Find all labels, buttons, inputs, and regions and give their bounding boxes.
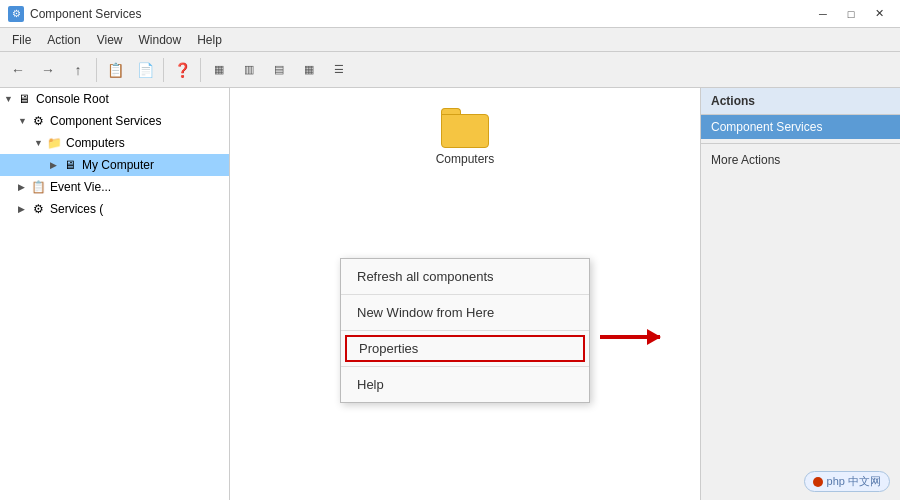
toolbar: ← → ↑ 📋 📄 ❓ ▦ ▥ ▤ ▦ ☰ bbox=[0, 52, 900, 88]
menu-file[interactable]: File bbox=[4, 31, 39, 49]
left-panel: ▼ 🖥 Console Root ▼ ⚙ Component Services … bbox=[0, 88, 230, 500]
console-root-label: Console Root bbox=[36, 92, 109, 106]
title-bar-controls: ─ □ ✕ bbox=[810, 4, 892, 24]
arrow-line bbox=[600, 335, 660, 339]
folder-image bbox=[441, 108, 489, 148]
view-btn-5[interactable]: ☰ bbox=[325, 56, 353, 84]
toolbar-separator-3 bbox=[200, 58, 201, 82]
minimize-button[interactable]: ─ bbox=[810, 4, 836, 24]
paste-button[interactable]: 📄 bbox=[131, 56, 159, 84]
ctx-separator-1 bbox=[341, 294, 589, 295]
forward-button[interactable]: → bbox=[34, 56, 62, 84]
computers-folder-icon: 📁 bbox=[46, 135, 62, 151]
app-icon: ⚙ bbox=[8, 6, 24, 22]
center-folder: Computers bbox=[240, 108, 690, 166]
view-btn-3[interactable]: ▤ bbox=[265, 56, 293, 84]
computers-label: Computers bbox=[66, 136, 125, 150]
view-btn-4[interactable]: ▦ bbox=[295, 56, 323, 84]
ctx-refresh[interactable]: Refresh all components bbox=[341, 263, 589, 290]
my-computer-icon: 🖥 bbox=[62, 157, 78, 173]
tree-item-services[interactable]: ▶ ⚙ Services ( bbox=[0, 198, 229, 220]
my-computer-label: My Computer bbox=[82, 158, 154, 172]
title-bar: ⚙ Component Services ─ □ ✕ bbox=[0, 0, 900, 28]
services-icon: ⚙ bbox=[30, 201, 46, 217]
help-button[interactable]: ❓ bbox=[168, 56, 196, 84]
expand-component-services: ▼ bbox=[18, 116, 28, 126]
console-root-icon: 🖥 bbox=[16, 91, 32, 107]
main-area: ▼ 🖥 Console Root ▼ ⚙ Component Services … bbox=[0, 88, 900, 500]
services-label: Services ( bbox=[50, 202, 103, 216]
context-menu: Refresh all components New Window from H… bbox=[340, 258, 590, 403]
component-services-icon: ⚙ bbox=[30, 113, 46, 129]
menu-view[interactable]: View bbox=[89, 31, 131, 49]
event-viewer-icon: 📋 bbox=[30, 179, 46, 195]
expand-my-computer: ▶ bbox=[50, 160, 60, 170]
watermark-text: php 中文网 bbox=[827, 474, 881, 489]
actions-header: Actions bbox=[701, 88, 900, 115]
toolbar-separator-1 bbox=[96, 58, 97, 82]
ctx-new-window[interactable]: New Window from Here bbox=[341, 299, 589, 326]
ctx-properties[interactable]: Properties bbox=[345, 335, 585, 362]
action-more-actions[interactable]: More Actions bbox=[701, 148, 900, 172]
menu-help[interactable]: Help bbox=[189, 31, 230, 49]
toolbar-separator-2 bbox=[163, 58, 164, 82]
menu-action[interactable]: Action bbox=[39, 31, 88, 49]
folder-label: Computers bbox=[436, 152, 495, 166]
center-panel: Computers Refresh all components New Win… bbox=[230, 88, 700, 500]
action-divider bbox=[701, 143, 900, 144]
expand-computers: ▼ bbox=[34, 138, 44, 148]
component-services-label: Component Services bbox=[50, 114, 161, 128]
red-arrow bbox=[600, 335, 660, 339]
folder-body bbox=[441, 114, 489, 148]
menu-bar: File Action View Window Help bbox=[0, 28, 900, 52]
maximize-button[interactable]: □ bbox=[838, 4, 864, 24]
copy-button[interactable]: 📋 bbox=[101, 56, 129, 84]
watermark: php 中文网 bbox=[804, 471, 890, 492]
action-component-services[interactable]: Component Services bbox=[701, 115, 900, 139]
menu-window[interactable]: Window bbox=[131, 31, 190, 49]
ctx-separator-3 bbox=[341, 366, 589, 367]
view-btn-1[interactable]: ▦ bbox=[205, 56, 233, 84]
expand-services: ▶ bbox=[18, 204, 28, 214]
close-button[interactable]: ✕ bbox=[866, 4, 892, 24]
tree-item-console-root[interactable]: ▼ 🖥 Console Root bbox=[0, 88, 229, 110]
event-viewer-label: Event Vie... bbox=[50, 180, 111, 194]
watermark-dot bbox=[813, 477, 823, 487]
expand-console-root: ▼ bbox=[4, 94, 14, 104]
title-bar-text: Component Services bbox=[30, 7, 810, 21]
tree-item-event-viewer[interactable]: ▶ 📋 Event Vie... bbox=[0, 176, 229, 198]
expand-event-viewer: ▶ bbox=[18, 182, 28, 192]
tree-item-computers[interactable]: ▼ 📁 Computers bbox=[0, 132, 229, 154]
view-btn-2[interactable]: ▥ bbox=[235, 56, 263, 84]
ctx-separator-2 bbox=[341, 330, 589, 331]
ctx-help[interactable]: Help bbox=[341, 371, 589, 398]
tree-item-my-computer[interactable]: ▶ 🖥 My Computer bbox=[0, 154, 229, 176]
tree-item-component-services[interactable]: ▼ ⚙ Component Services bbox=[0, 110, 229, 132]
up-button[interactable]: ↑ bbox=[64, 56, 92, 84]
right-panel: Actions Component Services More Actions bbox=[700, 88, 900, 500]
back-button[interactable]: ← bbox=[4, 56, 32, 84]
